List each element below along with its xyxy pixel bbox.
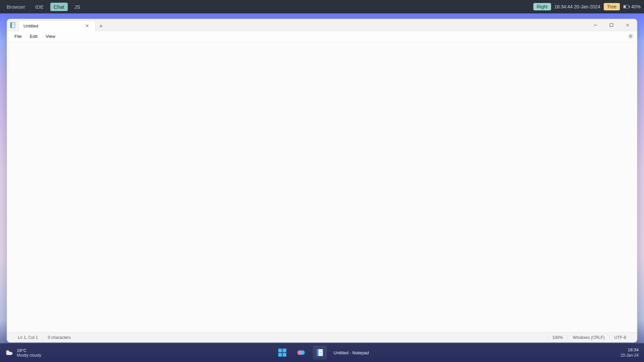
svg-point-15	[6, 352, 10, 355]
editor-area	[7, 42, 637, 332]
notepad-app-icon	[7, 19, 18, 31]
status-char-count: 0 characters	[43, 335, 75, 340]
svg-point-12	[630, 36, 632, 37]
svg-rect-9	[610, 24, 613, 27]
new-tab-button[interactable]: ＋	[96, 20, 106, 31]
windows-logo-icon	[278, 348, 287, 357]
taskbar-time: 18:34	[621, 347, 639, 353]
menu-view[interactable]: View	[42, 33, 59, 40]
taskbar-active-window-label[interactable]: Untitled - Notepad	[334, 350, 369, 355]
svg-rect-18	[278, 353, 282, 357]
battery-icon	[623, 5, 630, 9]
svg-rect-1	[629, 6, 630, 8]
svg-point-21	[300, 350, 305, 355]
svg-rect-17	[283, 349, 286, 352]
taskbar-center: Untitled - Notepad	[275, 346, 369, 360]
status-line-endings[interactable]: Windows (CRLF)	[568, 335, 609, 340]
taskbar-clock[interactable]: 18:34 20-Jan-24	[615, 347, 644, 358]
window-minimize-button[interactable]	[587, 19, 603, 31]
windows-taskbar: 19°C Mostly cloudy Untitled - Notepad 18…	[0, 343, 644, 362]
weather-icon	[5, 348, 13, 357]
host-battery: 40%	[623, 4, 641, 9]
minimize-icon	[593, 23, 597, 27]
close-icon	[626, 23, 630, 27]
weather-condition: Mostly cloudy	[17, 353, 41, 358]
taskbar-app-copilot[interactable]	[294, 346, 308, 360]
status-encoding[interactable]: UTF-8	[610, 335, 631, 340]
svg-rect-16	[278, 349, 282, 352]
menu-file[interactable]: File	[10, 33, 26, 40]
host-datetime: 18:34:44 20-Jan-2024	[554, 4, 600, 9]
copilot-icon	[297, 348, 306, 357]
document-tab-title: Untitled	[23, 23, 38, 28]
taskbar-weather[interactable]: 19°C Mostly cloudy	[0, 348, 46, 358]
svg-rect-4	[10, 22, 12, 28]
weather-temp: 19°C	[17, 348, 41, 353]
settings-button[interactable]	[628, 33, 634, 40]
window-controls	[587, 19, 636, 31]
host-tab-chat[interactable]: Chat	[50, 3, 68, 11]
desktop-wallpaper: Untitled ✕ ＋ File Edit View	[0, 13, 644, 362]
host-tab-ide[interactable]: IDE	[32, 3, 47, 11]
host-pill-right[interactable]: Right	[533, 3, 551, 10]
editor-textarea[interactable]	[7, 42, 637, 332]
status-zoom[interactable]: 100%	[547, 335, 568, 340]
svg-rect-23	[317, 349, 319, 356]
gear-icon	[628, 33, 634, 39]
notepad-window: Untitled ✕ ＋ File Edit View	[7, 19, 637, 343]
host-battery-pct: 40%	[631, 4, 641, 9]
host-tab-js[interactable]: JS	[71, 3, 84, 11]
maximize-icon	[609, 23, 613, 27]
menu-edit[interactable]: Edit	[26, 33, 42, 40]
host-pill-tree[interactable]: Tree	[604, 3, 620, 10]
host-tab-browser[interactable]: Browser	[3, 3, 29, 11]
taskbar-app-notepad[interactable]	[313, 346, 327, 360]
taskbar-date: 20-Jan-24	[621, 353, 639, 358]
start-button[interactable]	[275, 346, 289, 360]
window-maximize-button[interactable]	[603, 19, 620, 31]
notepad-icon	[316, 348, 324, 357]
host-top-bar: Browser IDE Chat JS Right 18:34:44 20-Ja…	[0, 0, 644, 13]
document-tab[interactable]: Untitled ✕	[18, 20, 96, 31]
notepad-menubar: File Edit View	[7, 31, 637, 42]
svg-rect-2	[624, 6, 626, 8]
statusbar: Ln 1, Col 1 0 characters 100% Windows (C…	[7, 332, 637, 342]
window-close-button[interactable]	[620, 19, 636, 31]
close-tab-button[interactable]: ✕	[84, 23, 91, 29]
status-cursor-position: Ln 1, Col 1	[13, 335, 43, 340]
window-titlebar[interactable]: Untitled ✕ ＋	[7, 19, 637, 31]
svg-rect-19	[283, 353, 286, 357]
